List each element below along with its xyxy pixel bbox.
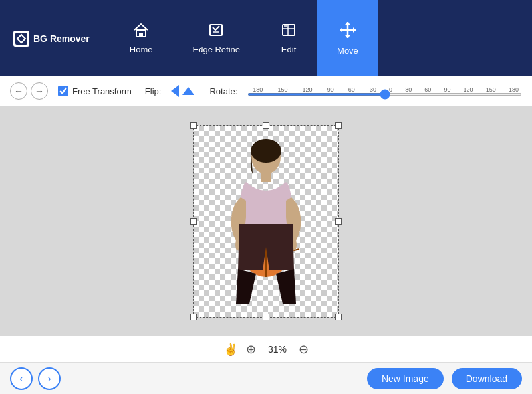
nav-items: Home Edge Refine: [110, 0, 519, 76]
image-frame[interactable]: [193, 125, 339, 318]
free-transform-label: Free Transform: [72, 86, 132, 96]
canvas-area: [0, 106, 532, 336]
free-transform-group: Free Transform: [58, 86, 132, 96]
handle-top-middle[interactable]: [263, 122, 269, 129]
svg-rect-2: [139, 33, 143, 37]
svg-rect-11: [261, 172, 271, 182]
footer-buttons: New Image Download: [367, 368, 522, 389]
redo-button[interactable]: →: [31, 82, 48, 100]
edge-refine-icon: [207, 22, 225, 41]
nav-label-edit: Edit: [281, 45, 296, 54]
nav-arrows: ‹ ›: [10, 367, 61, 390]
new-image-button[interactable]: New Image: [367, 368, 444, 389]
rotate-label: Rotate:: [209, 86, 237, 96]
zoom-in-icon[interactable]: ⊕: [246, 342, 256, 357]
prev-button[interactable]: ‹: [10, 367, 33, 390]
next-button[interactable]: ›: [38, 367, 61, 390]
handle-top-left[interactable]: [190, 122, 197, 129]
home-icon: [132, 22, 150, 41]
rotate-slider[interactable]: [247, 93, 522, 96]
app-logo: [13, 31, 29, 47]
svg-point-10: [251, 139, 281, 163]
nav-label-move: Move: [337, 46, 358, 56]
person-image: [213, 138, 319, 317]
flip-buttons: [171, 85, 194, 97]
nav-label-edge-refine: Edge Refine: [193, 45, 241, 54]
move-icon: [338, 21, 357, 42]
app-header: BG Remover Home Edge Refi: [0, 0, 532, 76]
nav-item-move[interactable]: Move: [317, 0, 378, 76]
flip-horizontal-button[interactable]: [171, 85, 179, 97]
nav-label-home: Home: [130, 45, 153, 54]
nav-item-edit[interactable]: Edit: [260, 0, 317, 76]
download-button[interactable]: Download: [452, 368, 522, 389]
undo-redo-group: ← →: [10, 82, 48, 100]
zoom-percent: 31%: [264, 344, 291, 355]
flip-vertical-button[interactable]: [182, 87, 194, 95]
toolbar: ← → Free Transform Flip: Rotate: -180 -1…: [0, 76, 532, 106]
nav-item-edge-refine[interactable]: Edge Refine: [173, 0, 261, 76]
edit-icon: [280, 22, 297, 41]
handle-middle-right[interactable]: [335, 218, 342, 225]
undo-button[interactable]: ←: [10, 82, 27, 100]
footer: ‹ › New Image Download: [0, 362, 532, 394]
move-cursor-icon[interactable]: ✌: [223, 342, 238, 357]
handle-top-right[interactable]: [335, 122, 342, 129]
flip-label: Flip:: [145, 86, 162, 96]
handle-bottom-left[interactable]: [190, 314, 197, 320]
handle-middle-left[interactable]: [190, 218, 197, 225]
handle-bottom-middle[interactable]: [263, 314, 269, 320]
zoom-bar: ✌ ⊕ 31% ⊖: [0, 336, 532, 362]
rotate-control: -180 -150 -120 -90 -60 -30 0 30 60 90 12…: [247, 86, 522, 96]
free-transform-checkbox[interactable]: [58, 86, 68, 96]
handle-bottom-right[interactable]: [335, 314, 342, 320]
nav-item-home[interactable]: Home: [110, 0, 173, 76]
app-title: BG Remover: [13, 31, 90, 47]
zoom-out-icon[interactable]: ⊖: [299, 342, 309, 357]
